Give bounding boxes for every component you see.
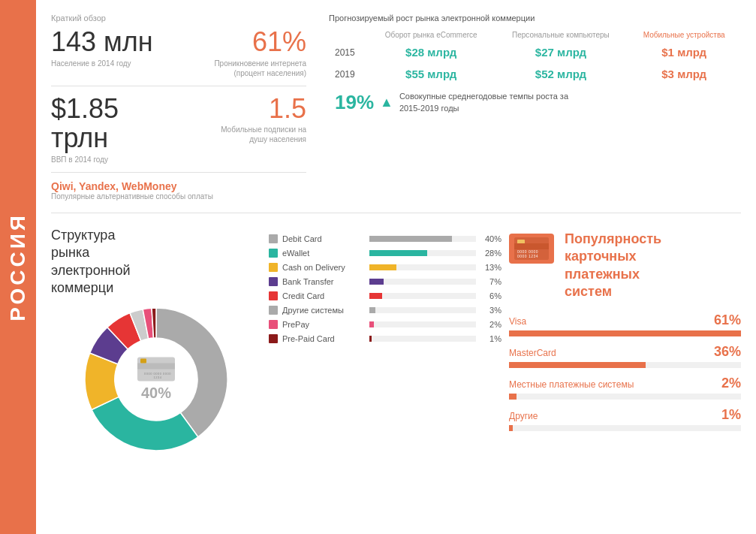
bar-pct: 3% [480, 306, 501, 315]
bar-name: Cash on Delivery [282, 263, 365, 272]
bar-item: Другие системы 3% [269, 306, 501, 315]
card-strip [514, 243, 549, 249]
bar-name: Debit Card [282, 234, 365, 243]
card-bar-pct: 61% [714, 312, 741, 328]
year-cell: 2015 [329, 41, 368, 63]
top-section: Краткий обзор 143 млн Население в 2014 г… [51, 14, 741, 213]
card-bar-track [509, 425, 741, 431]
bar-pct: 2% [480, 320, 501, 329]
bar-item: Cash on Delivery 13% [269, 263, 501, 272]
population-stat: 143 млн Население в 2014 году [51, 27, 179, 78]
bar-track [369, 236, 476, 242]
mobile-cell: $3 млрд [627, 63, 741, 85]
bar-color-dot [269, 249, 278, 258]
bar-track [369, 336, 476, 342]
mobile-cell: $1 млрд [627, 41, 741, 63]
forecast-table: Оборот рынка eCommerce Персональные комп… [329, 29, 741, 85]
cagr-row: 19% ▲ Совокупные среднегодовые темпы рос… [329, 91, 741, 114]
bar-pct: 7% [480, 277, 501, 286]
bottom-section: Структурарынкаэлектроннойкоммерци 0000 0… [51, 227, 741, 526]
bar-section: Debit Card 40% eWallet 28% Cash on Deliv… [269, 227, 501, 526]
bar-name: Credit Card [282, 291, 365, 300]
bar-item: Bank Transfer 7% [269, 277, 501, 286]
card-bar-header: Местные платежные системы 2% [509, 376, 741, 391]
bar-fill [369, 321, 374, 327]
card-icon: 0000 0000 0000 1234 [514, 237, 549, 260]
col-year [329, 29, 368, 41]
pie-center-label: 0000 0000 0000 1234 40% [137, 358, 175, 402]
bar-item: Debit Card 40% [269, 234, 501, 243]
card-bar-name: Visa [509, 316, 526, 327]
year-cell: 2019 [329, 63, 368, 85]
bar-color-dot [269, 277, 278, 286]
bar-pct: 13% [480, 263, 501, 272]
forecast-panel: Прогнозируемый рост рынка электронной ко… [329, 14, 741, 201]
overview-panel: Краткий обзор 143 млн Население в 2014 г… [51, 14, 306, 201]
stats-grid: 143 млн Население в 2014 году 61% Проник… [51, 27, 306, 78]
card-bar-fill [509, 362, 646, 368]
cagr-arrow: ▲ [380, 95, 393, 110]
bar-fill [369, 250, 427, 256]
card-bar-pct: 1% [721, 407, 741, 423]
bar-color-dot [269, 334, 278, 343]
card-bar-name: MasterCard [509, 348, 556, 358]
bar-pct: 1% [480, 334, 501, 343]
card-section: 0000 0000 0000 1234 Популярностькарточны… [509, 227, 741, 526]
bar-track [369, 293, 476, 299]
card-bar-item: Visa 61% [509, 312, 741, 336]
bar-name: Другие системы [282, 306, 365, 315]
pc-cell: $27 млрд [494, 41, 627, 63]
bar-track [369, 321, 476, 327]
card-bar-item: Местные платежные системы 2% [509, 376, 741, 400]
card-icon-box: 0000 0000 0000 1234 [509, 234, 554, 264]
card-number-text: 0000 0000 0000 1234 [517, 249, 549, 258]
population-value: 143 млн [51, 27, 179, 57]
mobile-label: Мобильные подписки надушу населения [179, 125, 306, 144]
card-bar-pct: 36% [714, 344, 741, 360]
alt-payments-label: Популярные альтернативные способы оплаты [51, 192, 306, 201]
bar-name: Bank Transfer [282, 277, 365, 286]
bar-pct: 28% [480, 249, 501, 258]
card-bar-fill [509, 394, 517, 400]
card-bar-header: Visa 61% [509, 312, 741, 328]
cagr-pct: 19% [335, 91, 374, 114]
ecom-cell: $55 млрд [368, 63, 495, 85]
internet-label: Проникновение интернета(процент населени… [179, 59, 306, 78]
col-pc: Персональные компьютеры [494, 29, 627, 41]
bar-name: eWallet [282, 249, 365, 258]
bar-item: eWallet 28% [269, 249, 501, 258]
pie-segment [92, 397, 198, 451]
card-bar-name: Другие [509, 411, 538, 421]
sidebar-title: РОССИЯ [6, 213, 30, 321]
internet-stat: 61% Проникновение интернета(процент насе… [179, 27, 306, 78]
mobile-value: 1.5 [179, 94, 306, 124]
pie-pct-label: 40% [137, 385, 175, 402]
population-label: Население в 2014 году [51, 59, 179, 68]
bar-color-dot [269, 291, 278, 300]
card-section-title: Популярностькарточныхплатежныхсистем [565, 231, 661, 301]
card-bar-fill [509, 330, 741, 336]
overview-label: Краткий обзор [51, 14, 306, 23]
pc-cell: $52 млрд [494, 63, 627, 85]
card-bar-item: MasterCard 36% [509, 344, 741, 368]
pie-chart: 0000 0000 0000 1234 40% [81, 304, 231, 454]
pie-title: Структурарынкаэлектроннойкоммерци [51, 227, 261, 297]
bar-color-dot [269, 263, 278, 272]
bar-track [369, 307, 476, 313]
bar-item: Credit Card 6% [269, 291, 501, 300]
bar-name: Pre-Paid Card [282, 334, 365, 343]
bar-track [369, 264, 476, 270]
card-bar-track [509, 362, 741, 368]
card-bar-header: Другие 1% [509, 407, 741, 423]
gdp-grid: $1.85 трлн ВВП в 2014 году 1.5 Мобильные… [51, 94, 306, 164]
bar-fill [369, 236, 452, 242]
col-ecom: Оборот рынка eCommerce [368, 29, 495, 41]
main-content: Краткий обзор 143 млн Население в 2014 г… [36, 0, 756, 534]
pie-section: Структурарынкаэлектроннойкоммерци 0000 0… [51, 227, 261, 526]
bar-fill [369, 264, 396, 270]
gdp-label: ВВП в 2014 году [51, 155, 179, 164]
forecast-title: Прогнозируемый рост рынка электронной ко… [329, 14, 741, 23]
internet-value: 61% [179, 27, 306, 57]
bar-name: PrePay [282, 320, 365, 329]
bar-color-dot [269, 306, 278, 315]
